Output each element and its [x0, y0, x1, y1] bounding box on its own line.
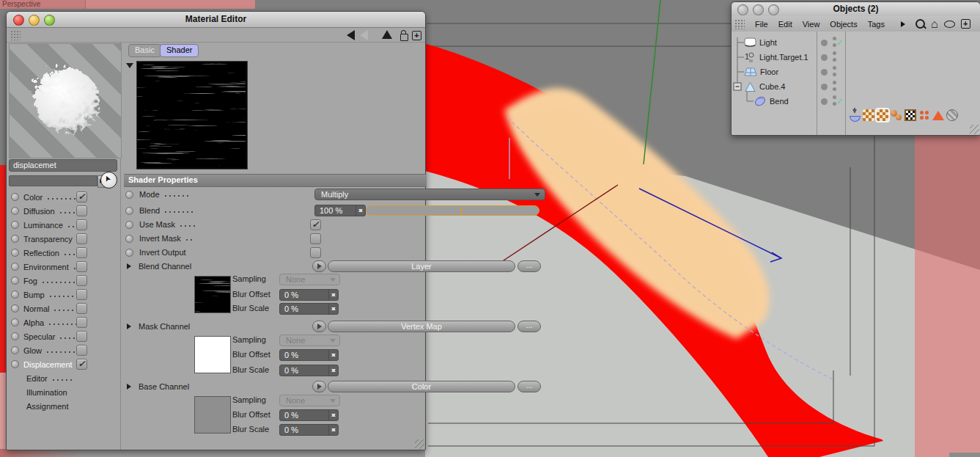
collapse-triangle-icon[interactable]	[126, 63, 133, 72]
menu-file[interactable]: File	[755, 20, 768, 29]
blend-channel-thumbnail[interactable]	[194, 276, 231, 313]
blur-scale-spinner[interactable]: 0 %	[279, 365, 339, 376]
blend-slider[interactable]	[366, 205, 539, 216]
more-button[interactable]: ...	[517, 321, 541, 332]
channel-item-diffusion[interactable]: Diffusion	[11, 204, 87, 218]
menu-objects[interactable]: Objects	[830, 20, 857, 29]
new-panel-icon[interactable]: +	[961, 19, 970, 29]
menu-overflow-icon[interactable]	[901, 21, 908, 27]
channel-checkbox[interactable]	[76, 331, 87, 342]
tree-item-cube4[interactable]: Cube.4	[732, 79, 817, 94]
use-mask-checkbox[interactable]	[310, 219, 321, 230]
tag-point-selection-icon[interactable]	[918, 109, 930, 121]
enabled-check-icon[interactable]: ✓	[836, 38, 843, 48]
parent-up-icon[interactable]	[382, 30, 392, 39]
channel-checkbox[interactable]	[76, 247, 87, 258]
tab-basic[interactable]: Basic	[128, 44, 161, 57]
base-channel-shader-button[interactable]: Color	[328, 381, 515, 392]
tree-item-light[interactable]: Light	[732, 35, 817, 50]
viewport-tab[interactable]: Perspective	[0, 0, 86, 9]
channel-checkbox[interactable]	[76, 233, 87, 244]
material-editor-titlebar[interactable]: Material Editor	[7, 12, 425, 28]
channel-item-assignment[interactable]: Assignment	[11, 399, 87, 413]
channel-item-color[interactable]: Color	[11, 190, 87, 204]
channel-checkbox[interactable]	[76, 191, 87, 202]
tag-texture-icon[interactable]	[863, 109, 874, 121]
channel-item-reflection[interactable]: Reflection	[11, 246, 87, 260]
channel-item-transparency[interactable]: Transparency	[11, 232, 87, 246]
visibility-icon[interactable]	[944, 21, 955, 28]
stepper-icon[interactable]	[328, 290, 338, 300]
resize-grip[interactable]	[415, 439, 424, 449]
sampling-dropdown[interactable]: None	[279, 334, 340, 346]
channel-item-environment[interactable]: Environment	[11, 260, 87, 274]
blur-scale-spinner[interactable]: 0 %	[279, 424, 339, 436]
channel-checkbox[interactable]	[76, 317, 87, 328]
editor-visibility-dot[interactable]	[833, 66, 836, 70]
channel-checkbox[interactable]	[76, 261, 87, 272]
channel-item-normal[interactable]: Normal	[11, 301, 87, 315]
expand-triangle-icon[interactable]	[127, 384, 134, 390]
channel-checkbox[interactable]	[76, 345, 87, 356]
drag-grip-icon[interactable]	[10, 30, 21, 40]
enabled-check-icon[interactable]: ✓	[836, 97, 843, 106]
channel-checkbox[interactable]	[76, 303, 87, 314]
invert-output-checkbox[interactable]	[310, 247, 321, 258]
blend-value-spinner[interactable]: 100 %	[314, 205, 366, 216]
base-channel-thumbnail[interactable]	[194, 396, 231, 434]
blur-scale-spinner[interactable]: 0 %	[279, 303, 339, 315]
render-visibility-dot[interactable]	[833, 58, 836, 62]
layer-dot[interactable]	[821, 69, 828, 76]
layer-dot[interactable]	[821, 84, 828, 90]
history-back-icon[interactable]	[347, 30, 355, 40]
sampling-dropdown[interactable]: None	[279, 274, 340, 285]
channel-item-displacement[interactable]: Displacement	[11, 357, 87, 371]
shader-texture-preview[interactable]	[136, 61, 248, 169]
mask-channel-thumbnail[interactable]	[194, 336, 231, 373]
material-preview[interactable]	[9, 43, 122, 158]
channel-checkbox[interactable]	[76, 205, 87, 216]
channel-preview-button[interactable]	[312, 321, 326, 332]
blur-offset-spinner[interactable]: 0 %	[279, 409, 339, 421]
sampling-dropdown[interactable]: None	[279, 395, 340, 406]
render-visibility-dot[interactable]	[833, 87, 836, 91]
tree-item-light-target[interactable]: 1 Light.Target.1	[732, 50, 817, 65]
tag-smoothing-icon[interactable]	[891, 109, 902, 121]
expand-triangle-icon[interactable]	[127, 323, 134, 329]
stepper-icon[interactable]	[328, 365, 338, 376]
blur-offset-spinner[interactable]: 0 %	[279, 349, 339, 361]
tree-item-bend[interactable]: Bend	[732, 94, 817, 109]
pick-cursor-button[interactable]	[100, 172, 117, 189]
layer-dot[interactable]	[821, 98, 828, 105]
drag-grip-icon[interactable]	[734, 19, 745, 29]
channel-item-illumination[interactable]: Illumination	[11, 385, 87, 399]
layer-dot[interactable]	[821, 54, 828, 61]
history-forward-icon[interactable]	[360, 30, 368, 40]
channel-item-fog[interactable]: Fog	[11, 274, 87, 288]
channel-item-alpha[interactable]: Alpha	[11, 315, 87, 329]
mask-channel-shader-button[interactable]: Vertex Map	[328, 321, 515, 332]
lock-icon[interactable]	[400, 34, 408, 41]
menu-tags[interactable]: Tags	[868, 20, 885, 29]
stepper-icon[interactable]	[328, 304, 338, 314]
channel-preview-button[interactable]	[312, 381, 326, 392]
tag-texture-selected-icon[interactable]	[877, 109, 888, 121]
channel-item-specular[interactable]: Specular	[11, 329, 87, 343]
render-visibility-dot[interactable]	[833, 73, 836, 76]
blend-channel-shader-button[interactable]: Layer	[328, 260, 515, 272]
channel-item-glow[interactable]: Glow	[11, 343, 87, 357]
channel-item-bump[interactable]: Bump	[11, 288, 87, 301]
editor-visibility-dot[interactable]	[833, 51, 836, 55]
more-button[interactable]: ...	[517, 260, 541, 272]
stepper-icon[interactable]	[328, 425, 338, 435]
channel-checkbox[interactable]	[76, 275, 87, 286]
channel-item-editor[interactable]: Editor	[11, 371, 87, 385]
channel-item-luminance[interactable]: Luminance	[11, 218, 87, 232]
stepper-icon[interactable]	[328, 410, 338, 420]
blur-offset-spinner[interactable]: 0 %	[279, 289, 339, 301]
tree-item-floor[interactable]: Floor	[732, 65, 817, 79]
search-icon[interactable]	[915, 19, 925, 29]
channel-checkbox[interactable]	[76, 289, 87, 300]
material-name-field[interactable]: displacemet	[9, 159, 117, 172]
tab-shader[interactable]: Shader	[160, 44, 199, 57]
